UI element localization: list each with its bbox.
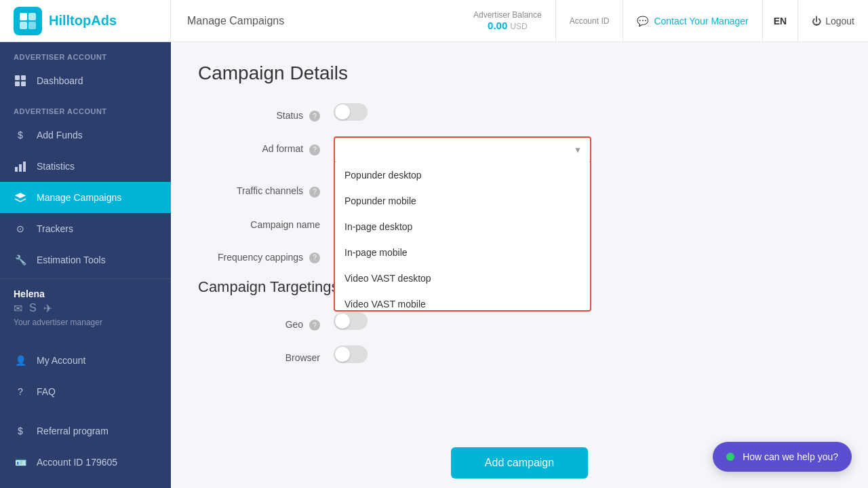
- svg-rect-8: [15, 167, 18, 172]
- manager-role: Your advertiser manager: [14, 318, 157, 327]
- chat-bubble-icon: 💬: [637, 16, 648, 26]
- sidebar-collapse-button[interactable]: ‹: [0, 478, 171, 488]
- dropdown-option-inpage-mobile[interactable]: In-page mobile: [335, 240, 590, 265]
- traffic-channels-help-icon[interactable]: ?: [309, 187, 320, 198]
- sidebar-item-faq[interactable]: ? FAQ: [0, 376, 171, 407]
- manager-name: Helena: [14, 288, 157, 299]
- sidebar-item-account-id[interactable]: 🪪 Account ID 179605: [0, 447, 171, 478]
- contact-manager-button[interactable]: 💬 Contact Your Manager: [623, 0, 762, 42]
- ad-format-row: Ad format ? ▼ Popunder desktop Popunder …: [198, 136, 841, 164]
- status-control: [334, 103, 841, 121]
- dropdown-option-video-vast-desktop[interactable]: Video VAST desktop: [335, 265, 590, 291]
- frequency-cappings-help-icon[interactable]: ?: [309, 252, 320, 263]
- dollar-icon: $: [14, 128, 27, 142]
- sidebar-item-manage-campaigns[interactable]: Manage Campaigns: [0, 182, 171, 213]
- manager-contact-icons: ✉ S ✈: [14, 302, 157, 315]
- dropdown-option-popunder-desktop[interactable]: Popunder desktop: [335, 162, 590, 188]
- dollar-circle-icon: $: [14, 424, 27, 438]
- sidebar-item-manage-campaigns-label: Manage Campaigns: [37, 192, 121, 203]
- sidebar-item-referral[interactable]: $ Referral program: [0, 415, 171, 447]
- sidebar-item-account-id-label: Account ID 179605: [37, 457, 117, 468]
- svg-rect-6: [15, 81, 20, 86]
- header: HilltopAds Manage Campaigns Advertiser B…: [0, 0, 868, 42]
- sidebar-item-dashboard-label: Dashboard: [37, 75, 83, 86]
- sidebar-item-estimation-tools[interactable]: 🔧 Estimation Tools: [0, 244, 171, 276]
- language-selector[interactable]: EN: [763, 0, 798, 42]
- sidebar: ADVERTISER ACCOUNT Dashboard ADVERTISER …: [0, 42, 171, 488]
- main-content: Campaign Details Status ? Ad format ?: [171, 42, 868, 488]
- svg-rect-3: [28, 22, 36, 29]
- svg-rect-7: [21, 81, 26, 86]
- browser-control: [334, 345, 841, 363]
- ad-format-help-icon[interactable]: ?: [309, 145, 320, 155]
- chat-widget[interactable]: How can we help you?: [713, 442, 852, 472]
- account-id-header: Account ID: [556, 0, 624, 42]
- geo-help-icon[interactable]: ?: [309, 320, 320, 331]
- ad-format-dropdown[interactable]: ▼: [334, 136, 591, 164]
- logo: HilltopAds: [0, 0, 171, 41]
- ad-format-dropdown-wrapper: ▼ Popunder desktop Popunder mobile In-pa…: [334, 136, 591, 164]
- bottom-spacer: [198, 378, 841, 432]
- logout-button[interactable]: ⏻ Logout: [798, 0, 868, 42]
- traffic-channels-label: Traffic channels ?: [198, 179, 334, 197]
- status-row: Status ?: [198, 103, 841, 121]
- browser-toggle[interactable]: [334, 345, 368, 363]
- sidebar-item-statistics[interactable]: Statistics: [0, 151, 171, 182]
- sidebar-manager: Helena ✉ S ✈ Your advertiser manager: [0, 278, 171, 337]
- sidebar-item-add-funds-label: Add Funds: [37, 130, 83, 140]
- status-help-icon[interactable]: ?: [309, 111, 320, 121]
- sidebar-item-dashboard[interactable]: Dashboard: [0, 65, 171, 96]
- question-icon: ?: [14, 385, 27, 398]
- dropdown-option-inpage-desktop[interactable]: In-page desktop: [335, 214, 590, 240]
- svg-rect-9: [19, 164, 22, 172]
- geo-label: Geo ?: [198, 312, 334, 331]
- svg-rect-2: [20, 22, 27, 29]
- ad-format-control: ▼ Popunder desktop Popunder mobile In-pa…: [334, 136, 841, 164]
- geo-row: Geo ?: [198, 312, 841, 331]
- telegram-icon[interactable]: ✈: [43, 302, 52, 315]
- dropdown-option-popunder-mobile[interactable]: Popunder mobile: [335, 188, 590, 214]
- logout-icon: ⏻: [812, 16, 821, 26]
- svg-rect-5: [21, 75, 26, 80]
- svg-rect-4: [15, 75, 20, 80]
- ad-format-label: Ad format ?: [198, 136, 334, 155]
- sidebar-item-add-funds[interactable]: $ Add Funds: [0, 119, 171, 151]
- ad-format-dropdown-menu: Popunder desktop Popunder mobile In-page…: [334, 162, 591, 312]
- frequency-cappings-label: Frequency cappings ?: [198, 245, 334, 263]
- campaign-details-title: Campaign Details: [198, 62, 841, 84]
- sidebar-item-trackers-label: Trackers: [37, 223, 73, 234]
- sidebar-item-faq-label: FAQ: [37, 386, 56, 397]
- status-toggle[interactable]: [334, 103, 368, 121]
- header-right: Advertiser Balance 0.00 USD Account ID 💬…: [460, 0, 868, 42]
- sidebar-item-trackers[interactable]: ⊙ Trackers: [0, 213, 171, 244]
- layout: ADVERTISER ACCOUNT Dashboard ADVERTISER …: [0, 42, 868, 488]
- chart-icon: [14, 159, 27, 173]
- email-icon[interactable]: ✉: [14, 302, 22, 315]
- target-icon: ⊙: [14, 222, 27, 236]
- status-label: Status ?: [198, 103, 334, 121]
- wrench-icon: 🔧: [14, 253, 27, 267]
- sidebar-advertiser-label: ADVERTISER ACCOUNT: [0, 96, 171, 119]
- logo-text: HilltopAds: [49, 13, 117, 29]
- sidebar-item-my-account[interactable]: 👤 My Account: [0, 345, 171, 376]
- page-title: Manage Campaigns: [171, 15, 460, 27]
- user-icon: 👤: [14, 354, 27, 367]
- geo-control: [334, 312, 841, 330]
- skype-icon[interactable]: S: [29, 302, 37, 315]
- browser-label: Browser: [198, 345, 334, 363]
- grid-icon: [14, 74, 27, 88]
- geo-toggle[interactable]: [334, 312, 368, 330]
- add-campaign-button[interactable]: Add campaign: [451, 447, 588, 478]
- chat-status-dot: [726, 453, 734, 461]
- layers-icon: [14, 191, 27, 204]
- chat-label: How can we help you?: [743, 451, 838, 462]
- sidebar-item-my-account-label: My Account: [37, 355, 85, 366]
- svg-rect-1: [28, 13, 36, 20]
- sidebar-item-estimation-tools-label: Estimation Tools: [37, 255, 106, 265]
- svg-rect-0: [20, 13, 27, 20]
- dropdown-option-video-vast-mobile[interactable]: Video VAST mobile: [335, 291, 590, 312]
- sidebar-section-label: ADVERTISER ACCOUNT: [0, 42, 171, 65]
- id-card-icon: 🪪: [14, 455, 27, 469]
- campaign-name-label: Campaign name: [198, 212, 334, 230]
- browser-row: Browser: [198, 345, 841, 363]
